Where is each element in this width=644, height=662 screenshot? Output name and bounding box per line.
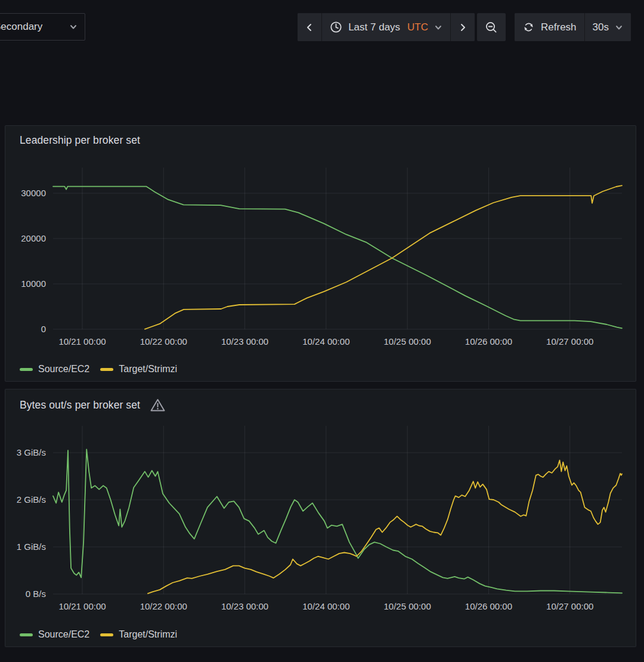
series-line-target-strimzi (145, 185, 622, 329)
time-series-chart[interactable]: 010000200003000010/21 00:0010/22 00:0010… (5, 126, 636, 381)
chevron-down-icon (434, 23, 442, 32)
x-tick-label: 10/27 00:00 (546, 601, 593, 611)
x-tick-label: 10/25 00:00 (384, 601, 431, 611)
x-tick-label: 10/24 00:00 (302, 336, 349, 347)
time-picker-group: Last 7 days UTC (298, 13, 475, 41)
legend: Source/EC2Target/Strimzi (20, 364, 177, 375)
clock-icon (330, 21, 342, 33)
grafana-dashboard: Secondary Last 7 days UTC R (0, 0, 644, 662)
refresh-group: Refresh 30s (515, 13, 631, 41)
y-tick-label: 20000 (21, 233, 46, 243)
chevron-left-icon (305, 23, 314, 32)
y-tick-label: 0 B/s (26, 589, 46, 599)
legend-item-target-strimzi[interactable]: Target/Strimzi (100, 629, 177, 640)
x-tick-label: 10/21 00:00 (58, 601, 106, 611)
zoom-out-button[interactable] (477, 13, 506, 41)
x-tick-label: 10/25 00:00 (384, 336, 431, 347)
x-tick-label: 10/21 00:00 (58, 336, 106, 347)
chevron-right-icon (459, 23, 467, 32)
time-shift-back-button[interactable] (298, 13, 321, 41)
panel-bytes-out-per-broker-set: Bytes out/s per broker set 0 B/s1 GiB/s2… (5, 389, 636, 647)
y-tick-label: 0 (41, 324, 46, 334)
refresh-interval-button[interactable]: 30s (584, 13, 631, 41)
x-tick-label: 10/26 00:00 (465, 336, 512, 347)
x-tick-label: 10/27 00:00 (546, 336, 593, 347)
legend-label: Source/EC2 (38, 364, 89, 375)
legend-label: Source/EC2 (38, 629, 89, 640)
y-tick-label: 30000 (21, 188, 46, 198)
refresh-icon (522, 21, 535, 33)
timezone-label: UTC (407, 21, 428, 33)
time-shift-forward-button[interactable] (450, 13, 475, 41)
chevron-down-icon (69, 23, 78, 31)
series-line-source-ec2 (53, 450, 622, 593)
refresh-label: Refresh (541, 21, 577, 33)
refresh-button[interactable]: Refresh (515, 13, 584, 41)
panel-leadership-per-broker-set: Leadership per broker set 01000020000300… (5, 125, 636, 382)
y-tick-label: 1 GiB/s (17, 542, 46, 552)
y-tick-label: 3 GiB/s (17, 447, 46, 457)
series-line-target-strimzi (148, 460, 622, 594)
legend-label: Target/Strimzi (119, 629, 177, 640)
legend-swatch (100, 368, 113, 371)
legend-swatch (100, 633, 113, 636)
series-line-source-ec2 (53, 187, 622, 329)
refresh-interval-value: 30s (593, 21, 609, 33)
dashboard-toolbar: Last 7 days UTC Refresh 30s (298, 13, 631, 41)
time-range-label: Last 7 days (348, 21, 400, 33)
variable-dropdown-value: Secondary (0, 21, 42, 33)
legend-swatch (20, 368, 33, 371)
x-tick-label: 10/24 00:00 (302, 601, 349, 611)
time-series-chart[interactable]: 0 B/s1 GiB/s2 GiB/s3 GiB/s10/21 00:0010/… (5, 389, 636, 646)
x-tick-label: 10/22 00:00 (140, 336, 187, 347)
variable-dropdown-secondary[interactable]: Secondary (0, 13, 85, 41)
y-tick-label: 10000 (21, 279, 46, 289)
legend-swatch (20, 633, 33, 636)
y-tick-label: 2 GiB/s (17, 494, 46, 505)
legend-label: Target/Strimzi (119, 364, 177, 375)
legend-item-source-ec2[interactable]: Source/EC2 (20, 364, 89, 375)
legend-item-source-ec2[interactable]: Source/EC2 (20, 629, 89, 640)
x-tick-label: 10/23 00:00 (221, 601, 268, 611)
time-range-picker-button[interactable]: Last 7 days UTC (321, 13, 450, 41)
x-tick-label: 10/26 00:00 (465, 601, 512, 611)
magnifier-minus-icon (485, 21, 498, 34)
chevron-down-icon (615, 23, 623, 32)
x-tick-label: 10/23 00:00 (221, 336, 268, 347)
legend: Source/EC2Target/Strimzi (20, 629, 177, 640)
x-tick-label: 10/22 00:00 (140, 601, 187, 611)
legend-item-target-strimzi[interactable]: Target/Strimzi (100, 364, 177, 375)
